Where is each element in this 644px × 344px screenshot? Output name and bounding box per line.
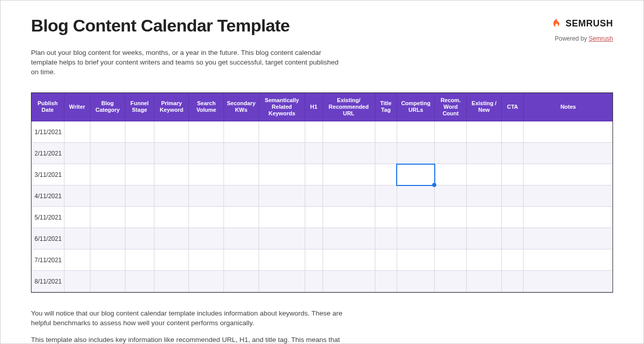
col-header[interactable]: Competing URLs <box>397 93 434 121</box>
table-cell[interactable] <box>125 164 154 185</box>
table-cell[interactable] <box>189 249 224 271</box>
table-cell[interactable] <box>524 143 613 164</box>
col-header[interactable]: Primary Keyword <box>154 93 189 121</box>
table-cell[interactable] <box>189 143 224 164</box>
table-cell[interactable] <box>524 271 613 292</box>
table-cell[interactable] <box>224 271 259 292</box>
table-cell[interactable] <box>323 121 375 143</box>
table-cell[interactable] <box>375 185 397 207</box>
table-cell[interactable] <box>524 185 613 207</box>
table-cell[interactable] <box>154 228 189 249</box>
table-cell[interactable] <box>90 121 125 143</box>
table-cell[interactable] <box>189 185 224 207</box>
col-header[interactable]: Semantically Related Keywords <box>259 93 305 121</box>
col-header[interactable]: Publish Date <box>31 93 64 121</box>
table-cell[interactable] <box>305 207 323 228</box>
table-cell[interactable] <box>189 271 224 292</box>
table-cell[interactable] <box>524 121 613 143</box>
table-cell[interactable] <box>154 271 189 292</box>
table-cell[interactable]: 6/11/2021 <box>31 228 64 249</box>
table-cell[interactable] <box>524 228 613 249</box>
table-cell[interactable] <box>435 164 467 185</box>
table-cell[interactable] <box>323 249 375 271</box>
table-cell[interactable] <box>305 271 323 292</box>
table-cell[interactable] <box>90 228 125 249</box>
table-cell[interactable] <box>154 164 189 185</box>
table-cell[interactable] <box>189 228 224 249</box>
table-cell[interactable] <box>259 249 305 271</box>
table-cell[interactable] <box>305 185 323 207</box>
table-cell[interactable] <box>224 249 259 271</box>
table-cell[interactable] <box>501 271 523 292</box>
table-cell[interactable] <box>435 121 467 143</box>
table-cell[interactable] <box>467 271 502 292</box>
table-cell[interactable]: 1/11/2021 <box>31 121 64 143</box>
table-cell[interactable] <box>501 143 523 164</box>
table-cell[interactable] <box>524 207 613 228</box>
table-cell[interactable] <box>467 164 502 185</box>
table-cell[interactable] <box>224 121 259 143</box>
table-cell[interactable] <box>467 185 502 207</box>
table-cell[interactable] <box>125 121 154 143</box>
table-cell[interactable] <box>224 164 259 185</box>
table-cell[interactable] <box>305 143 323 164</box>
table-cell[interactable] <box>323 164 375 185</box>
table-cell[interactable] <box>189 207 224 228</box>
table-cell[interactable] <box>501 164 523 185</box>
table-cell[interactable] <box>64 249 90 271</box>
table-cell[interactable] <box>323 143 375 164</box>
table-cell[interactable] <box>375 121 397 143</box>
table-cell[interactable] <box>435 185 467 207</box>
table-cell[interactable] <box>224 185 259 207</box>
table-cell[interactable] <box>397 228 434 249</box>
table-cell[interactable] <box>125 207 154 228</box>
table-cell[interactable] <box>224 207 259 228</box>
table-cell[interactable] <box>90 164 125 185</box>
table-cell[interactable] <box>224 143 259 164</box>
table-cell[interactable] <box>125 185 154 207</box>
table-cell[interactable] <box>90 249 125 271</box>
table-cell[interactable] <box>305 164 323 185</box>
table-cell[interactable] <box>64 207 90 228</box>
table-cell[interactable] <box>375 143 397 164</box>
table-cell[interactable] <box>375 271 397 292</box>
table-cell[interactable] <box>397 143 434 164</box>
table-cell[interactable] <box>524 249 613 271</box>
table-cell[interactable] <box>435 249 467 271</box>
table-cell[interactable] <box>375 164 397 185</box>
table-cell[interactable] <box>125 143 154 164</box>
col-header[interactable]: Search Volume <box>189 93 224 121</box>
table-cell[interactable]: 4/11/2021 <box>31 185 64 207</box>
table-cell[interactable] <box>90 185 125 207</box>
col-header[interactable]: Blog Category <box>90 93 125 121</box>
table-cell[interactable] <box>467 207 502 228</box>
table-cell[interactable] <box>64 143 90 164</box>
table-cell[interactable] <box>467 249 502 271</box>
col-header[interactable]: Notes <box>524 93 613 121</box>
table-cell[interactable] <box>397 185 434 207</box>
col-header[interactable]: CTA <box>501 93 523 121</box>
table-cell[interactable] <box>154 121 189 143</box>
col-header[interactable]: Writer <box>64 93 90 121</box>
table-cell[interactable] <box>467 143 502 164</box>
table-cell[interactable]: 3/11/2021 <box>31 164 64 185</box>
table-cell[interactable] <box>501 249 523 271</box>
table-cell[interactable]: 7/11/2021 <box>31 249 64 271</box>
table-cell[interactable] <box>397 249 434 271</box>
table-cell[interactable] <box>64 228 90 249</box>
semrush-link[interactable]: Semrush <box>589 35 613 42</box>
table-cell[interactable] <box>397 121 434 143</box>
table-cell[interactable]: 5/11/2021 <box>31 207 64 228</box>
table-cell[interactable] <box>467 121 502 143</box>
col-header[interactable]: Existing / New <box>467 93 502 121</box>
table-cell[interactable] <box>90 143 125 164</box>
col-header[interactable]: Funnel Stage <box>125 93 154 121</box>
table-cell[interactable] <box>90 207 125 228</box>
col-header[interactable]: H1 <box>305 93 323 121</box>
table-cell[interactable] <box>323 271 375 292</box>
table-cell[interactable] <box>154 143 189 164</box>
table-cell[interactable] <box>64 121 90 143</box>
table-cell[interactable] <box>125 271 154 292</box>
table-cell[interactable] <box>435 271 467 292</box>
table-cell[interactable] <box>397 207 434 228</box>
